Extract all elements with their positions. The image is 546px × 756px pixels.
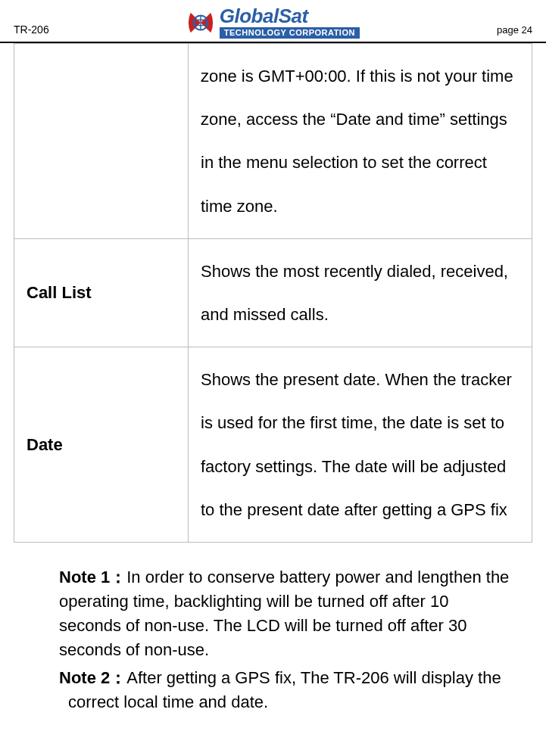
main-content: zone is GMT+00:00. If this is not your t…	[0, 43, 546, 714]
note-2-text: After getting a GPS fix, The TR-206 will…	[68, 668, 501, 711]
table-row: Date Shows the present date. When the tr…	[14, 347, 532, 543]
logo: GlobalSat TECHNOLOGY CORPORATION	[186, 6, 360, 39]
note-1-label: Note 1：	[59, 568, 126, 586]
page-number: page 24	[497, 24, 532, 39]
table-row: zone is GMT+00:00. If this is not your t…	[14, 44, 532, 239]
table-row: Call List Shows the most recently dialed…	[14, 238, 532, 347]
doc-code: TR-206	[14, 23, 49, 39]
note-2-label: Note 2：	[59, 668, 126, 687]
row-desc: Shows the present date. When the tracker…	[189, 347, 532, 543]
row-desc: Shows the most recently dialed, received…	[189, 238, 532, 347]
info-table: zone is GMT+00:00. If this is not your t…	[14, 43, 532, 543]
note-1: Note 1：In order to conserve battery powe…	[59, 565, 510, 662]
logo-main-text: GlobalSat	[220, 6, 360, 26]
note-2: Note 2：After getting a GPS fix, The TR-2…	[59, 666, 510, 714]
row-label: Call List	[14, 238, 189, 347]
row-label: Date	[14, 347, 189, 543]
notes-section: Note 1：In order to conserve battery powe…	[14, 543, 532, 714]
globe-icon	[186, 8, 215, 37]
page-header: TR-206 GlobalSat TECHNOLOGY CORPORATION …	[0, 0, 546, 43]
row-label	[14, 44, 189, 239]
logo-sub-text: TECHNOLOGY CORPORATION	[220, 27, 360, 39]
note-1-text: In order to conserve battery power and l…	[59, 568, 509, 659]
logo-text: GlobalSat TECHNOLOGY CORPORATION	[220, 6, 360, 39]
row-desc: zone is GMT+00:00. If this is not your t…	[189, 44, 532, 239]
